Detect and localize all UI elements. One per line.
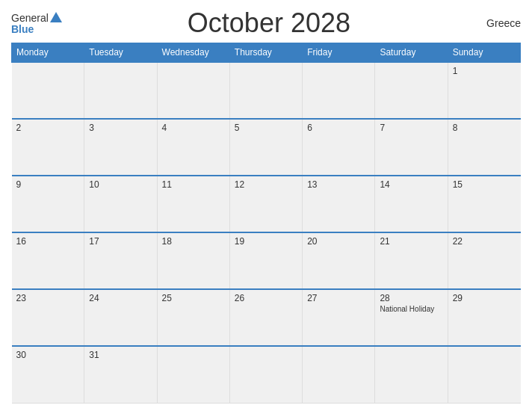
calendar-cell: 30 — [12, 346, 84, 403]
day-number: 15 — [453, 179, 516, 190]
calendar-cell: 23 — [12, 289, 84, 346]
country-label: Greece — [476, 17, 521, 29]
day-number: 1 — [453, 66, 516, 76]
day-number: 29 — [453, 293, 516, 303]
calendar-cell: 16 — [12, 232, 84, 289]
calendar-cell — [229, 346, 302, 403]
weekday-header-monday: Monday — [12, 43, 84, 63]
day-number: 18 — [162, 236, 225, 247]
calendar-cell — [84, 62, 157, 119]
calendar-cell — [303, 62, 375, 119]
calendar-cell: 5 — [229, 119, 302, 176]
calendar-cell — [375, 62, 448, 119]
calendar-cell: 8 — [448, 119, 520, 176]
calendar-week-3: 9101112131415 — [12, 176, 521, 232]
calendar-week-6: 3031 — [12, 346, 521, 403]
day-number: 21 — [380, 236, 442, 247]
day-number: 25 — [162, 293, 225, 303]
day-number: 9 — [16, 179, 80, 190]
day-number: 8 — [453, 123, 516, 133]
logo-blue-text: Blue — [11, 24, 62, 34]
calendar-cell: 18 — [157, 232, 229, 289]
calendar-cell: 4 — [157, 119, 229, 176]
calendar-cell: 7 — [375, 119, 448, 176]
weekday-header-wednesday: Wednesday — [157, 43, 229, 63]
calendar-cell — [303, 346, 375, 403]
calendar-cell: 17 — [84, 232, 157, 289]
day-number: 26 — [235, 293, 297, 303]
calendar-cell — [448, 346, 520, 403]
calendar-cell — [157, 62, 229, 119]
calendar-week-2: 2345678 — [12, 119, 521, 176]
calendar-cell: 31 — [84, 346, 157, 403]
weekday-header-tuesday: Tuesday — [84, 43, 157, 63]
calendar-cell: 21 — [375, 232, 448, 289]
calendar-week-5: 232425262728National Holiday29 — [12, 289, 521, 346]
logo: General Blue — [11, 12, 62, 34]
calendar-cell: 28National Holiday — [375, 289, 448, 346]
day-number: 13 — [307, 179, 370, 190]
calendar-cell: 26 — [229, 289, 302, 346]
calendar-cell: 9 — [12, 176, 84, 232]
calendar-cell: 20 — [303, 232, 375, 289]
weekday-header-saturday: Saturday — [375, 43, 448, 63]
day-number: 12 — [235, 179, 297, 190]
calendar-cell: 1 — [448, 62, 520, 119]
day-number: 11 — [162, 179, 225, 190]
day-number: 17 — [89, 236, 152, 247]
calendar-cell: 27 — [303, 289, 375, 346]
calendar-cell: 2 — [12, 119, 84, 176]
day-number: 20 — [307, 236, 370, 247]
day-number: 19 — [235, 236, 297, 247]
calendar-week-4: 16171819202122 — [12, 232, 521, 289]
calendar-cell: 14 — [375, 176, 448, 232]
day-event: National Holiday — [380, 305, 442, 313]
weekday-header-sunday: Sunday — [448, 43, 520, 63]
logo-triangle-icon — [50, 12, 62, 22]
calendar-body: 1234567891011121314151617181920212223242… — [12, 62, 521, 404]
day-number: 22 — [453, 236, 516, 247]
calendar-cell: 6 — [303, 119, 375, 176]
calendar-cell — [12, 62, 84, 119]
calendar-cell: 29 — [448, 289, 520, 346]
calendar-week-1: 1 — [12, 62, 521, 119]
day-number: 3 — [89, 123, 152, 133]
day-number: 6 — [307, 123, 370, 133]
day-number: 28 — [380, 293, 442, 303]
calendar-cell: 19 — [229, 232, 302, 289]
calendar-cell: 11 — [157, 176, 229, 232]
day-number: 7 — [380, 123, 442, 133]
calendar-cell: 3 — [84, 119, 157, 176]
calendar-table: MondayTuesdayWednesdayThursdayFridaySatu… — [11, 43, 521, 404]
calendar-cell: 22 — [448, 232, 520, 289]
calendar-cell: 24 — [84, 289, 157, 346]
calendar-cell: 13 — [303, 176, 375, 232]
weekday-row: MondayTuesdayWednesdayThursdayFridaySatu… — [12, 43, 521, 63]
calendar-cell — [375, 346, 448, 403]
day-number: 30 — [16, 350, 80, 360]
day-number: 16 — [16, 236, 80, 247]
calendar-cell — [229, 62, 302, 119]
calendar-cell: 12 — [229, 176, 302, 232]
calendar-cell: 10 — [84, 176, 157, 232]
calendar-cell — [157, 346, 229, 403]
calendar-title: October 2028 — [62, 7, 476, 39]
calendar-header: MondayTuesdayWednesdayThursdayFridaySatu… — [12, 43, 521, 63]
day-number: 23 — [16, 293, 80, 303]
logo-general-text: General — [11, 13, 49, 23]
page-header: General Blue October 2028 Greece — [11, 7, 521, 39]
day-number: 24 — [89, 293, 152, 303]
day-number: 14 — [380, 179, 442, 190]
calendar-cell: 25 — [157, 289, 229, 346]
day-number: 5 — [235, 123, 297, 133]
weekday-header-friday: Friday — [303, 43, 375, 63]
day-number: 4 — [162, 123, 225, 133]
day-number: 31 — [89, 350, 152, 360]
calendar-cell: 15 — [448, 176, 520, 232]
day-number: 27 — [307, 293, 370, 303]
weekday-header-thursday: Thursday — [229, 43, 302, 63]
day-number: 2 — [16, 123, 80, 133]
day-number: 10 — [89, 179, 152, 190]
